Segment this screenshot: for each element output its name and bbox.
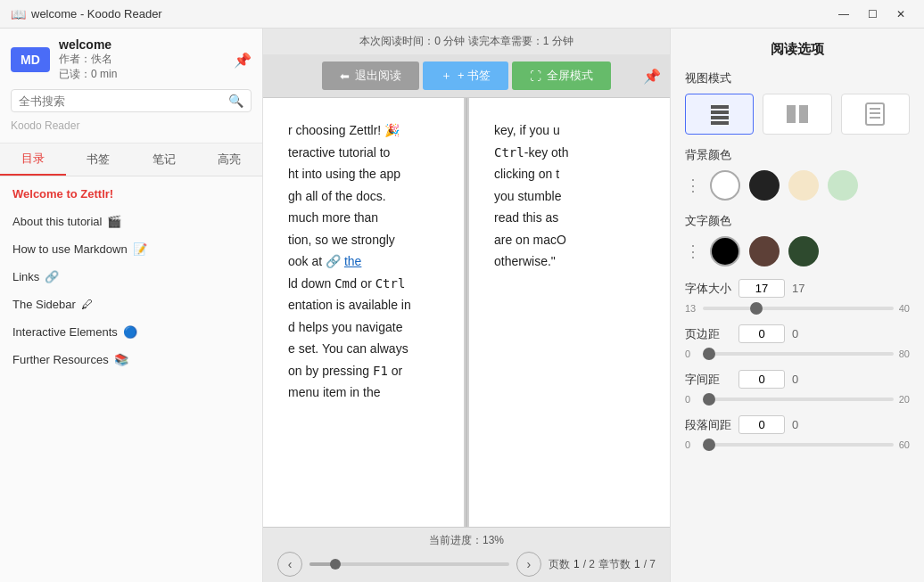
pin-right-button[interactable]: 📌: [643, 68, 661, 85]
koodo-label: Koodo Reader: [11, 118, 252, 137]
bg-color-sepia[interactable]: [788, 170, 819, 201]
right-page: key, if you u Ctrl-key oth clicking on t…: [469, 98, 670, 527]
toc-item-markdown[interactable]: How to use Markdown 📝: [0, 235, 262, 263]
toc-item-welcome[interactable]: Welcome to Zettlr!: [0, 180, 262, 208]
text-color-darkgreen[interactable]: [788, 236, 819, 266]
close-button[interactable]: ✕: [888, 4, 913, 24]
page-divider: [466, 98, 467, 527]
toc-item-label: Links: [12, 270, 39, 283]
toc-item-label: How to use Markdown: [12, 242, 128, 256]
toc-item-links[interactable]: Links 🔗: [0, 263, 262, 291]
toc-item-label: Welcome to Zettlr!: [12, 187, 113, 201]
add-bookmark-button[interactable]: ＋ + 书签: [423, 61, 508, 90]
chapter-sep: / 7: [644, 558, 656, 570]
margin-input[interactable]: [738, 324, 785, 343]
tab-bookmarks[interactable]: 书签: [66, 143, 132, 176]
font-size-label: 字体大小: [685, 281, 731, 297]
top-info-bar: 本次阅读时间：0 分钟 读完本章需要：1 分钟: [263, 29, 670, 54]
toc-list: Welcome to Zettlr! About this tutorial 🎬…: [0, 176, 262, 582]
panel-title: 阅读选项: [685, 41, 910, 58]
font-size-max: 40: [899, 303, 910, 314]
letter-space-max: 20: [899, 394, 910, 405]
text-color-label: 文字颜色: [685, 213, 910, 229]
reading-toolbar: ⬅ 退出阅读 ＋ + 书签 ⛶ 全屏模式 📌: [263, 54, 670, 98]
font-size-input[interactable]: [738, 279, 785, 298]
line-space-row: 段落间距 0: [685, 415, 910, 434]
letter-space-input[interactable]: [738, 370, 785, 389]
margin-slider-row: 0 80: [685, 348, 910, 359]
view-mode-label: 视图模式: [685, 70, 910, 86]
margin-slider[interactable]: [703, 352, 894, 356]
book-title: welcome: [59, 37, 117, 52]
text-color-dots-icon: ⋮: [685, 243, 701, 259]
exit-icon: ⬅: [340, 70, 350, 83]
line-space-label: 段落间距: [685, 417, 731, 433]
book-info: MD welcome 作者：佚名 已读：0 min 📌: [11, 37, 252, 82]
font-size-slider[interactable]: [703, 307, 894, 310]
line-space-slider-row: 0 60: [685, 439, 910, 450]
toc-item-sidebar[interactable]: The Sidebar 🖊: [0, 291, 262, 318]
margin-label: 页边距: [685, 326, 731, 342]
toc-item-resources[interactable]: Further Resources 📚: [0, 346, 262, 373]
text-color-brown[interactable]: [749, 236, 780, 266]
toc-item-icon: 🖊: [81, 298, 93, 311]
maximize-button[interactable]: ☐: [860, 4, 885, 24]
pin-button[interactable]: 📌: [234, 52, 252, 69]
bg-color-white[interactable]: [710, 170, 740, 201]
progress-info: 当前进度：13%: [277, 533, 656, 548]
margin-row: 页边距 0: [685, 324, 910, 343]
toc-item-label: The Sidebar: [12, 298, 76, 311]
margin-display: 0: [792, 327, 798, 340]
toc-item-label: Further Resources: [12, 353, 109, 366]
search-input[interactable]: [19, 94, 228, 108]
fullscreen-button[interactable]: ⛶ 全屏模式: [512, 61, 611, 90]
toc-item-about[interactable]: About this tutorial 🎬: [0, 208, 262, 235]
line-space-display: 0: [792, 418, 798, 431]
view-modes: [685, 94, 910, 135]
svg-rect-3: [711, 121, 729, 125]
toc-item-icon: 🎬: [107, 215, 121, 228]
line-space-slider[interactable]: [703, 443, 894, 447]
view-mode-scroll[interactable]: [841, 94, 910, 135]
font-size-min: 13: [685, 303, 697, 314]
toc-item-icon: 🔗: [45, 270, 59, 283]
bookmark-icon: ＋: [441, 68, 452, 84]
main-layout: MD welcome 作者：佚名 已读：0 min 📌 🔍 Koodo Read…: [0, 29, 924, 582]
bg-color-green[interactable]: [828, 170, 858, 201]
tab-notes[interactable]: 笔记: [131, 143, 197, 176]
svg-rect-4: [787, 105, 796, 123]
bg-color-row: ⋮: [685, 170, 910, 201]
exit-reading-button[interactable]: ⬅ 退出阅读: [322, 61, 419, 90]
font-size-display: 17: [792, 282, 804, 295]
next-page-button[interactable]: ›: [516, 552, 541, 577]
page-label: 页数: [549, 557, 570, 572]
book-read-time: 已读：0 min: [59, 67, 117, 82]
letter-space-label: 字间距: [685, 372, 731, 388]
prev-page-button[interactable]: ‹: [277, 552, 302, 577]
tab-highlights[interactable]: 高亮: [197, 143, 263, 176]
text-color-row: ⋮: [685, 236, 910, 266]
margin-min: 0: [685, 348, 697, 359]
sidebar: MD welcome 作者：佚名 已读：0 min 📌 🔍 Koodo Read…: [0, 29, 263, 582]
minimize-button[interactable]: —: [831, 4, 856, 24]
line-space-input[interactable]: [738, 415, 785, 434]
page-info: 页数 1 / 2 章节数 1 / 7: [549, 557, 656, 572]
window-title: welcome - Koodo Reader: [31, 7, 831, 20]
search-box: 🔍: [11, 89, 252, 112]
view-mode-double[interactable]: [763, 94, 831, 135]
bg-color-dark[interactable]: [749, 170, 780, 201]
progress-slider[interactable]: [309, 562, 509, 566]
page-sep: / 2: [583, 558, 595, 570]
view-mode-single[interactable]: [685, 94, 754, 135]
toc-item-icon: 🔵: [123, 325, 137, 339]
the-link[interactable]: the: [344, 254, 361, 268]
toc-item-interactive[interactable]: Interactive Elements 🔵: [0, 318, 262, 346]
svg-rect-5: [799, 105, 808, 123]
title-bar: 📖 welcome - Koodo Reader — ☐ ✕: [0, 0, 924, 29]
font-size-row: 字体大小 17: [685, 279, 910, 298]
tab-toc[interactable]: 目录: [0, 143, 66, 176]
letter-space-slider[interactable]: [703, 398, 894, 401]
toc-item-label: Interactive Elements: [12, 325, 118, 339]
text-color-black[interactable]: [710, 236, 740, 266]
time-info: 本次阅读时间：0 分钟 读完本章需要：1 分钟: [359, 35, 573, 47]
